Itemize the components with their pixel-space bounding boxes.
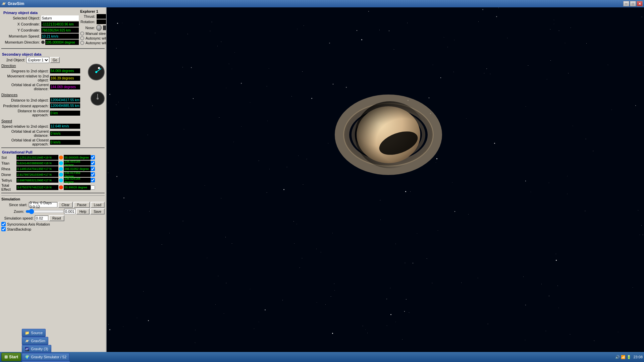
grav-check-0[interactable] — [91, 155, 95, 160]
star — [207, 258, 207, 258]
star — [389, 31, 389, 31]
star — [226, 88, 226, 88]
taskbar-item-0[interactable]: 📁 Source — [22, 329, 46, 337]
star — [332, 333, 333, 334]
grav-name-4: Tethys — [1, 178, 16, 182]
star — [333, 84, 333, 84]
zoom-slider[interactable] — [25, 209, 64, 214]
momentum-dir-label: Momentum Direction: — [3, 40, 41, 44]
dist-closest-value: 0 km — [50, 111, 80, 116]
taskbar-item-icon-3: 🌍 — [25, 355, 30, 359]
space-viewport[interactable] — [107, 7, 644, 352]
pause-button[interactable]: Pause — [73, 202, 90, 208]
star — [618, 332, 618, 332]
autosync-orbital-row: Autosync with orbital deal — [80, 41, 107, 45]
pred-closest-row: Predicted closest approach: 1206494885.5… — [1, 103, 89, 108]
taskbar-right: 🔊 📶 🔋 23:08 — [615, 355, 643, 359]
since-start-value: 0 Yrs, 0 Days 0:0:12 — [29, 202, 58, 207]
star — [229, 64, 229, 64]
nose-row: Nose: — [80, 25, 107, 31]
manual-steering-radio[interactable] — [80, 32, 84, 36]
simulation-section: Simulation Since start: 0 Yrs, 0 Days 0:… — [1, 195, 105, 232]
stars-backdrop-checkbox[interactable] — [1, 227, 6, 231]
grav-row: Sol 4.1251151202194E+19 N 55.000005 degr… — [1, 155, 105, 160]
load-button[interactable]: Load — [91, 202, 105, 208]
stars-backdrop-label: StarsBackdrop — [7, 227, 31, 231]
distances-section: Distances Distance to 2nd object: 120643… — [1, 92, 105, 118]
taskbar-item-3[interactable]: 🌍 Gravity Simulator / 52 — [22, 353, 69, 361]
autosync-movement-radio[interactable] — [80, 36, 84, 40]
star — [454, 40, 454, 40]
nose-knob[interactable] — [96, 25, 102, 31]
start-button[interactable]: ⊞ Start — [1, 353, 21, 361]
star — [155, 188, 155, 189]
grav-check-5[interactable] — [91, 185, 95, 190]
star — [241, 83, 242, 84]
taskbar-items: 📁 Source🪐 GravSim🌌 Gravity (3)🌍 Gravity … — [22, 329, 70, 362]
star — [387, 325, 387, 326]
star — [155, 33, 155, 33]
zoom-label: Zoom: — [1, 209, 25, 214]
star — [298, 156, 299, 156]
autosync-orbital-label: Autosync with orbital deal — [86, 41, 107, 45]
sync-axis-row: Syncronious Axis Rotation — [1, 222, 105, 226]
taskbar-item-2[interactable]: 🌌 Gravity (3) — [22, 345, 51, 353]
star — [438, 230, 438, 231]
star — [269, 68, 269, 69]
gravitational-rows: Sol 4.1251151202194E+19 N 55.000005 degr… — [1, 155, 105, 191]
star — [568, 73, 569, 73]
star — [526, 106, 526, 107]
star — [267, 121, 268, 121]
dist-2nd-label: Distance to 2nd object: — [1, 98, 50, 102]
orbital-closest-row: Orbital Ideal at Closest approach: 0 km/… — [1, 138, 105, 146]
star — [109, 329, 110, 330]
minimize-button[interactable]: ─ — [623, 1, 629, 6]
star — [405, 263, 405, 263]
taskbar-item-1[interactable]: 🪐 GravSim — [22, 337, 48, 345]
help-button[interactable]: Help — [76, 208, 90, 215]
sync-axis-checkbox[interactable] — [1, 222, 6, 226]
star — [282, 300, 283, 300]
grav-check-4[interactable] — [91, 178, 95, 182]
thrust-bar[interactable] — [97, 14, 107, 19]
grav-dot-3 — [59, 173, 63, 177]
star — [454, 211, 455, 212]
grav-name-3: Dione — [1, 173, 16, 177]
grav-row: Rhea 3.1495154704135E+17 N 296.01052 deg… — [1, 166, 105, 171]
star — [640, 235, 640, 235]
movement-row: Movement relative to 2nd object: 166.39 … — [1, 74, 87, 82]
distances-header: Distances — [1, 93, 89, 97]
second-object-select[interactable]: Explorer 1 — [26, 57, 49, 63]
star — [447, 47, 448, 47]
pred-closest-value: 1206494885.55 km — [50, 103, 80, 108]
grav-check-3[interactable] — [91, 172, 95, 177]
autosync-orbital-radio[interactable] — [80, 41, 84, 45]
star — [130, 210, 130, 211]
primary-header: Primary object data — [3, 11, 79, 15]
grav-force-2: 3.1495154704135E+17 N — [16, 166, 58, 171]
go-button[interactable]: Go — [50, 57, 60, 63]
reset-button[interactable]: Reset — [49, 215, 64, 221]
star — [633, 287, 633, 288]
star — [453, 72, 454, 72]
star — [311, 98, 312, 99]
clear-button[interactable]: Clear — [58, 202, 73, 208]
grav-check-2[interactable] — [91, 167, 95, 171]
star — [407, 23, 408, 23]
rotation-bar[interactable] — [97, 19, 107, 24]
star — [169, 233, 170, 233]
degrees-label: Degrees to 2nd object: — [1, 69, 50, 73]
rotation-row: Rotation: — [80, 19, 107, 24]
degrees-row: Degrees to 2nd object: 54.069 degrees — [1, 68, 87, 73]
save-button[interactable]: Save — [90, 208, 105, 215]
maximize-button[interactable]: □ — [630, 1, 636, 6]
star — [643, 235, 643, 235]
star — [269, 169, 270, 169]
momentum-speed-value: 10.21 km/s — [41, 34, 79, 39]
star — [332, 233, 333, 233]
orbital-value: 144.069 degrees — [50, 84, 80, 89]
star — [410, 191, 411, 192]
dist-2nd-value: 1206434617.55 km — [50, 98, 80, 103]
grav-check-1[interactable] — [91, 161, 95, 165]
close-button[interactable]: ✕ — [637, 1, 643, 6]
